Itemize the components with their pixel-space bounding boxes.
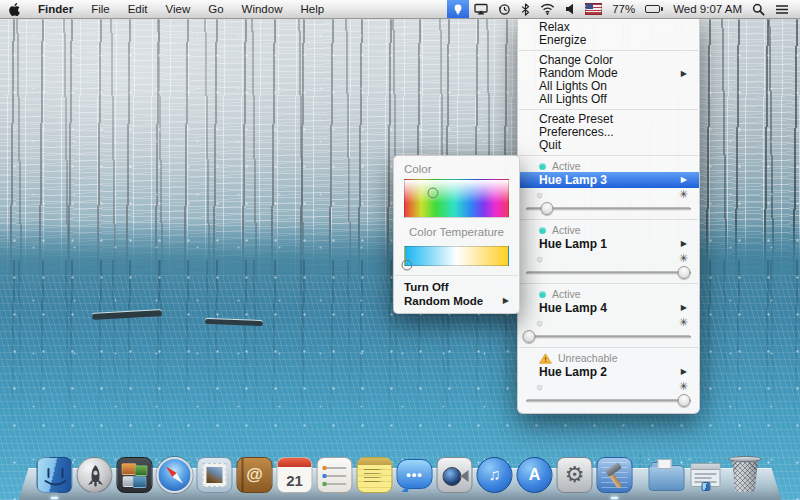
lamp-status-label: Active xyxy=(552,288,581,300)
menu-item-all-lights-off[interactable]: All Lights Off xyxy=(518,93,699,106)
wifi-icon[interactable] xyxy=(535,0,560,18)
bluetooth-icon[interactable] xyxy=(516,0,535,18)
menu-item-energize[interactable]: Energize xyxy=(518,34,699,47)
running-indicator xyxy=(611,497,618,500)
lamp-status-row: ! Unreachable xyxy=(518,351,699,364)
safari-icon xyxy=(157,457,193,493)
battery-percent[interactable]: 77% xyxy=(607,0,640,18)
dock-trash[interactable] xyxy=(727,455,764,493)
dock-itunes[interactable]: ♫ xyxy=(477,457,513,493)
dock-calendar[interactable]: 21 xyxy=(277,457,313,493)
xcode-icon xyxy=(597,457,633,493)
menu-item-hue-lamp-1[interactable]: Hue Lamp 1 ▶ xyxy=(518,236,699,252)
color-temperature-slider[interactable] xyxy=(404,246,509,266)
dock-downloads-folder[interactable] xyxy=(649,457,685,493)
camera-viewfinder xyxy=(461,470,469,482)
brightness-slider-hue-lamp-3[interactable] xyxy=(518,201,699,216)
reminder-line xyxy=(324,467,347,469)
window-thumb xyxy=(133,476,147,488)
dock-notes[interactable] xyxy=(357,457,393,493)
slider-track-area xyxy=(526,393,691,408)
submenu-item-random-mode[interactable]: Random Mode▶ xyxy=(394,294,519,308)
gear-icon: ⚙ xyxy=(565,464,585,486)
time-machine-icon[interactable] xyxy=(493,0,516,18)
lamp-status-label: Active xyxy=(552,224,581,236)
reminder-line xyxy=(324,475,347,477)
menubar-clock[interactable]: Wed 9:07 AM xyxy=(668,0,747,18)
menu-item-hue-lamp-3[interactable]: Hue Lamp 3 ▶ xyxy=(518,172,699,188)
menu-edit[interactable]: Edit xyxy=(119,0,157,18)
brightness-slider-hue-lamp-1[interactable] xyxy=(518,265,699,280)
full-brightness-icon: ✳ xyxy=(679,253,688,264)
system-preferences-icon: ⚙ xyxy=(557,457,593,493)
slider-knob[interactable] xyxy=(541,202,554,215)
dock-messages[interactable]: ••• xyxy=(397,457,433,493)
content-line xyxy=(695,477,712,479)
lightbulb-icon xyxy=(452,3,464,16)
airplay-display-icon[interactable] xyxy=(469,0,493,18)
dock-launchpad[interactable] xyxy=(77,457,113,493)
a-glyph: A xyxy=(529,466,541,484)
svg-text:!: ! xyxy=(544,355,547,364)
active-status-dot-icon xyxy=(539,227,546,234)
desktop: Finder File Edit View Go Window Help xyxy=(0,0,800,500)
music-note-glyph: ♫ xyxy=(489,466,501,484)
folder-icon xyxy=(649,465,685,491)
notes-icon xyxy=(357,457,393,493)
dock-screenshot-file[interactable] xyxy=(689,457,723,493)
menu-go[interactable]: Go xyxy=(199,0,232,18)
dock-facetime[interactable] xyxy=(437,457,473,493)
menu-view[interactable]: View xyxy=(157,0,200,18)
mail-icon xyxy=(197,457,233,493)
color-picker-field[interactable] xyxy=(404,179,509,218)
dock-safari[interactable] xyxy=(157,457,193,493)
dock-contacts[interactable]: @ xyxy=(237,457,273,493)
apple-menu[interactable] xyxy=(0,0,29,18)
brightness-slider-hue-lamp-4[interactable] xyxy=(518,329,699,344)
notification-center-icon[interactable] xyxy=(770,0,794,18)
menu-separator xyxy=(519,155,698,156)
dock-xcode[interactable] xyxy=(597,457,633,493)
menu-file[interactable]: File xyxy=(82,0,119,18)
color-picker-handle[interactable] xyxy=(427,188,438,199)
dim-brightness-icon: ☼ xyxy=(535,382,544,392)
brightness-slider-hue-lamp-2[interactable] xyxy=(518,393,699,408)
menu-item-hue-lamp-2[interactable]: Hue Lamp 2 ▶ xyxy=(518,364,699,380)
content-line xyxy=(695,473,717,475)
app-menu-finder[interactable]: Finder xyxy=(29,0,82,18)
dock-reminders[interactable] xyxy=(317,457,353,493)
reminder-bullet xyxy=(323,482,327,486)
slider-knob[interactable] xyxy=(523,330,536,343)
slider-knob[interactable] xyxy=(678,266,691,279)
dock-mission-control[interactable] xyxy=(117,457,153,493)
temperature-picker-handle[interactable] xyxy=(402,260,413,271)
dock-finder[interactable] xyxy=(37,457,73,493)
at-glyph: @ xyxy=(246,465,263,485)
menu-item-quit[interactable]: Quit xyxy=(518,139,699,152)
screenshot-file-icon xyxy=(691,463,721,487)
slider-track xyxy=(526,335,691,338)
battery-icon[interactable] xyxy=(640,0,668,18)
slider-knob[interactable] xyxy=(678,394,691,407)
dock: @ 21 ••• xyxy=(23,455,778,500)
menu-help[interactable]: Help xyxy=(291,0,333,18)
menu-item-hue-lamp-4[interactable]: Hue Lamp 4 ▶ xyxy=(518,300,699,316)
brightness-icons-row: ☼ ✳ xyxy=(518,252,699,265)
menu-window[interactable]: Window xyxy=(233,0,292,18)
menu-separator xyxy=(519,347,698,348)
itunes-icon: ♫ xyxy=(477,457,513,493)
dock-app-store[interactable]: A xyxy=(517,457,553,493)
submenu-arrow-icon: ▶ xyxy=(681,67,687,80)
input-source-flag-icon[interactable] xyxy=(580,0,607,18)
dock-mail[interactable] xyxy=(197,457,233,493)
dim-brightness-icon: ☼ xyxy=(535,254,544,264)
reminder-line xyxy=(324,483,347,485)
hue-lamp-menubar-icon[interactable] xyxy=(447,0,469,18)
full-brightness-icon: ✳ xyxy=(679,381,688,392)
spotlight-icon[interactable] xyxy=(747,0,770,18)
submenu-item-turn-off[interactable]: Turn Off xyxy=(394,280,519,294)
dock-system-preferences[interactable]: ⚙ xyxy=(557,457,593,493)
full-brightness-icon: ✳ xyxy=(679,189,688,200)
slider-track-area xyxy=(526,201,691,216)
volume-icon[interactable] xyxy=(560,0,580,18)
